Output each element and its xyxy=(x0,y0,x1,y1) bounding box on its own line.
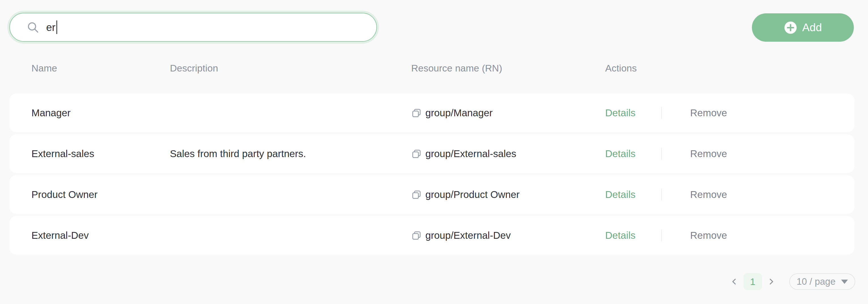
resource-name-text: group/Product Owner xyxy=(425,189,520,200)
divider xyxy=(661,189,662,200)
resource-name-text: group/Manager xyxy=(425,107,493,118)
resource-name-cell: group/External-sales xyxy=(411,148,605,159)
group-description: Sales from third party partners. xyxy=(170,148,411,159)
page-number-button[interactable]: 1 xyxy=(743,273,762,290)
remove-link[interactable]: Remove xyxy=(690,148,727,159)
column-header-description: Description xyxy=(170,63,411,74)
search-input-value: er xyxy=(46,22,56,33)
pagination: 1 10 / page xyxy=(730,273,855,290)
table-row: External-sales Sales from third party pa… xyxy=(9,134,855,173)
text-caret xyxy=(56,21,57,34)
group-name: Manager xyxy=(31,107,170,118)
remove-link[interactable]: Remove xyxy=(690,230,727,241)
copy-icon[interactable] xyxy=(411,230,422,241)
divider xyxy=(661,148,662,160)
table-row: Manager group/Manager Details Remove xyxy=(9,93,855,132)
copy-icon[interactable] xyxy=(411,189,422,200)
table-header: Name Description Resource name (RN) Acti… xyxy=(9,58,855,78)
remove-link[interactable]: Remove xyxy=(690,107,727,118)
chevron-left-icon xyxy=(730,277,739,286)
resource-name-cell: group/External-Dev xyxy=(411,230,605,241)
resource-name-cell: group/Product Owner xyxy=(411,189,605,200)
group-name: External-Dev xyxy=(31,230,170,241)
details-link[interactable]: Details xyxy=(605,107,661,118)
search-input[interactable]: er xyxy=(9,13,377,42)
details-link[interactable]: Details xyxy=(605,189,661,200)
remove-link[interactable]: Remove xyxy=(690,189,727,200)
caret-down-icon xyxy=(841,280,848,284)
resource-name-text: group/External-sales xyxy=(425,148,516,159)
details-link[interactable]: Details xyxy=(605,230,661,241)
search-icon xyxy=(26,21,39,34)
add-button[interactable]: Add xyxy=(752,13,854,42)
plus-icon xyxy=(784,21,797,34)
copy-icon[interactable] xyxy=(411,108,422,118)
add-button-label: Add xyxy=(802,21,822,34)
divider xyxy=(661,229,662,241)
page-size-value: 10 / page xyxy=(797,276,836,287)
table-body: Manager group/Manager Details Remove Ext… xyxy=(9,93,855,255)
previous-page-button[interactable] xyxy=(730,273,739,290)
column-header-rn: Resource name (RN) xyxy=(411,63,605,74)
next-page-button[interactable] xyxy=(767,273,776,290)
page-size-select[interactable]: 10 / page xyxy=(789,273,855,290)
resource-name-text: group/External-Dev xyxy=(425,230,511,241)
resource-name-cell: group/Manager xyxy=(411,107,605,118)
column-header-actions: Actions xyxy=(605,63,855,74)
copy-icon[interactable] xyxy=(411,148,422,159)
table-row: Product Owner group/Product Owner Detail… xyxy=(9,175,855,214)
details-link[interactable]: Details xyxy=(605,148,661,159)
divider xyxy=(661,107,662,119)
chevron-right-icon xyxy=(767,277,776,286)
group-name: Product Owner xyxy=(31,189,170,200)
column-header-name: Name xyxy=(31,63,170,74)
table-row: External-Dev group/External-Dev Details … xyxy=(9,216,855,255)
group-name: External-sales xyxy=(31,148,170,159)
